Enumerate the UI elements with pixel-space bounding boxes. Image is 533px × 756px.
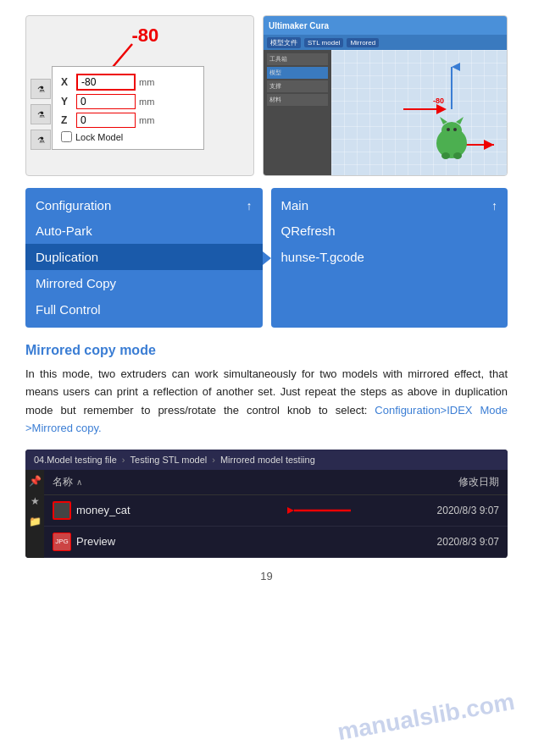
- cura-sidebar: 工具箱 模型 支撑 材料: [264, 50, 331, 176]
- fb-icon-folder[interactable]: 📁: [27, 514, 42, 529]
- file-name-preview: Preview: [76, 535, 115, 548]
- right-menu-up-arrow[interactable]: ↑: [491, 199, 497, 212]
- coordinate-panel: X mm Y mm Z mm Lock Model: [52, 66, 204, 150]
- right-menu-title: Main: [281, 198, 309, 212]
- breadcrumb-part-3: Mirrored model testiing: [220, 455, 315, 465]
- file-name-area-2: JPG Preview: [53, 533, 115, 551]
- z-input-row: Z mm: [61, 113, 195, 128]
- x-label: X: [61, 76, 73, 88]
- file-name-area-1: money_cat: [53, 501, 130, 520]
- file-browser-left-icons: 📌 ★ 📁: [25, 470, 44, 558]
- cura-3d-viewport: -80: [331, 50, 507, 176]
- y-input-row: Y mm: [61, 94, 195, 109]
- file-row-preview[interactable]: JPG Preview 2020/8/3 9:07: [44, 527, 508, 558]
- cura-sidebar-item-2[interactable]: 模型: [267, 67, 328, 79]
- cura-body: 工具箱 模型 支撑 材料 -80: [264, 50, 507, 176]
- submenu-arrow: [263, 251, 271, 265]
- right-blue-menu: Main ↑ QRefresh hunse-T.gcode: [271, 188, 508, 328]
- file-browser: 04.Model testing file › Testing STL mode…: [25, 450, 508, 558]
- right-screenshot: Ultimaker Cura 模型文件 STL model Mirrored 工…: [263, 15, 508, 176]
- x-input-row: X mm: [61, 74, 195, 91]
- right-menu-header: Main ↑: [271, 193, 508, 218]
- left-menu-item-mirrored[interactable]: Mirrored Copy: [25, 270, 263, 296]
- col-date-header: 修改日期: [458, 475, 499, 489]
- mirrored-section-text: In this mode, two extruders can work sim…: [25, 365, 508, 438]
- file-icon-money-cat: [53, 501, 71, 520]
- right-menu-item-qrefresh[interactable]: QRefresh: [271, 218, 508, 244]
- file-date-preview: 2020/8/3 9:07: [437, 536, 499, 548]
- file-browser-header: 名称 ∧ 修改日期: [44, 470, 508, 495]
- breadcrumb-part-1: 04.Model testing file: [34, 455, 117, 465]
- col-name-header: 名称 ∧: [53, 475, 82, 489]
- file-browser-main: 名称 ∧ 修改日期 money_cat 2020/8/3 9:07: [44, 470, 508, 558]
- side-icon-3[interactable]: ⚗: [31, 130, 51, 150]
- fb-icon-star[interactable]: ★: [27, 494, 42, 509]
- left-menu-item-duplication[interactable]: Duplication: [25, 244, 263, 270]
- cura-sidebar-item-1[interactable]: 工具箱: [267, 53, 328, 65]
- z-unit: mm: [139, 115, 154, 125]
- file-icon-preview: JPG: [53, 533, 71, 551]
- lock-row: Lock Model: [61, 131, 195, 142]
- page: -80 ⚗ ⚗ ⚗ X mm: [0, 0, 533, 756]
- lock-checkbox[interactable]: [61, 131, 72, 142]
- left-menu-item-fullcontrol[interactable]: Full Control: [25, 296, 263, 323]
- page-number: 19: [25, 570, 508, 582]
- right-menu-item-gcode[interactable]: hunse-T.gcode: [271, 244, 508, 270]
- cura-header: Ultimaker Cura: [264, 16, 507, 35]
- cura-tab-1[interactable]: 模型文件: [267, 37, 301, 48]
- file-date-money-cat: 2020/8/3 9:07: [437, 505, 499, 516]
- z-input[interactable]: [76, 113, 136, 128]
- cura-sidebar-item-4[interactable]: 材料: [267, 94, 328, 106]
- jpg-label: JPG: [55, 538, 69, 545]
- cura-tabs: 模型文件 STL model Mirrored: [264, 35, 507, 50]
- file-browser-breadcrumb: 04.Model testing file › Testing STL mode…: [25, 450, 508, 470]
- cura-sidebar-item-3[interactable]: 支撑: [267, 80, 328, 92]
- cura-app-name: Ultimaker Cura: [269, 21, 329, 30]
- sort-arrow[interactable]: ∧: [76, 477, 82, 487]
- lock-label: Lock Model: [75, 132, 123, 142]
- file-name-money-cat: money_cat: [76, 504, 130, 516]
- file-browser-body: 📌 ★ 📁 名称 ∧ 修改日期 money_cat: [25, 470, 508, 558]
- y-input[interactable]: [76, 94, 136, 109]
- left-screenshot: -80 ⚗ ⚗ ⚗ X mm: [25, 15, 254, 176]
- right-screenshot-arrow: [399, 101, 450, 126]
- side-icon-1[interactable]: ⚗: [31, 79, 51, 99]
- fb-icon-pin[interactable]: 📌: [27, 473, 42, 488]
- left-menu-header: Configuration ↑: [25, 193, 263, 218]
- y-label: Y: [61, 96, 73, 108]
- left-blue-menu: Configuration ↑ Auto-Park Duplication Mi…: [25, 188, 263, 328]
- svg-point-11: [453, 152, 462, 159]
- cura-tab-3[interactable]: Mirrored: [347, 38, 379, 47]
- cura-tab-2[interactable]: STL model: [304, 38, 343, 47]
- red-arrow-file: [287, 498, 355, 523]
- x-unit: mm: [139, 77, 154, 87]
- blue-menu-row: Configuration ↑ Auto-Park Duplication Mi…: [25, 188, 508, 328]
- breadcrumb-sep-2: ›: [212, 455, 215, 465]
- svg-point-8: [447, 128, 450, 131]
- col-name-label: 名称: [53, 475, 73, 489]
- z-label: Z: [61, 114, 73, 126]
- x-input[interactable]: [76, 74, 136, 91]
- svg-point-9: [453, 128, 457, 131]
- side-icon-2[interactable]: ⚗: [31, 104, 51, 124]
- mirrored-section-heading: Mirrored copy mode: [25, 343, 508, 358]
- file-row-money-cat[interactable]: money_cat 2020/8/3 9:07: [44, 495, 508, 527]
- y-unit: mm: [139, 97, 154, 107]
- breadcrumb-sep-1: ›: [122, 455, 125, 465]
- left-menu-title: Configuration: [36, 198, 111, 212]
- side-icons: ⚗ ⚗ ⚗: [31, 79, 51, 150]
- svg-point-10: [441, 152, 450, 159]
- left-menu-up-arrow[interactable]: ↑: [247, 199, 253, 212]
- top-images-row: -80 ⚗ ⚗ ⚗ X mm: [25, 15, 508, 176]
- watermark: manualslib.com: [336, 688, 517, 746]
- left-menu-item-autopark[interactable]: Auto-Park: [25, 218, 263, 244]
- breadcrumb-part-2: Testing STL model: [130, 455, 208, 465]
